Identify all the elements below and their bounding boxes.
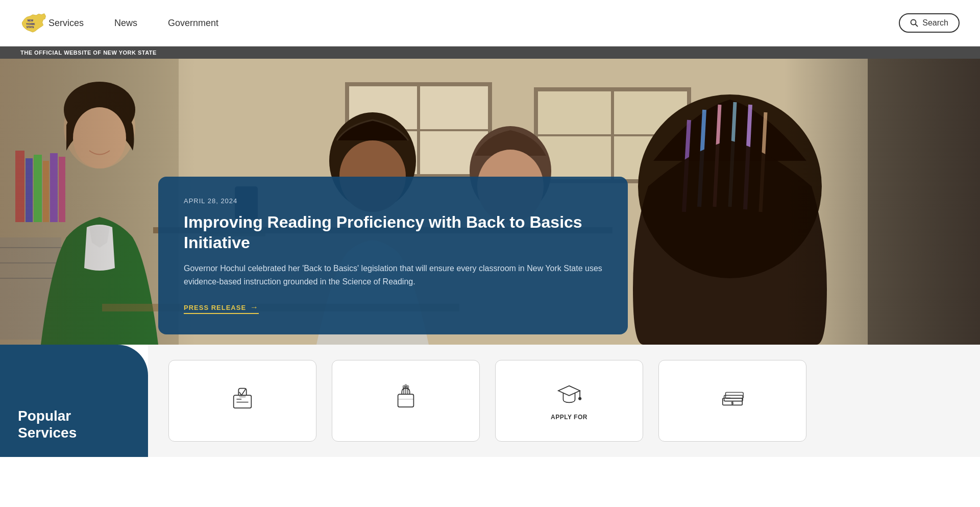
service-card-vote[interactable]: [168, 360, 316, 442]
service-education-label: APPLY FOR: [551, 414, 587, 421]
hero-card-body: Governor Hochul celebrated her 'Back to …: [184, 262, 602, 288]
svg-line-5: [916, 25, 918, 27]
service-card-education[interactable]: APPLY FOR: [495, 360, 643, 442]
popular-services-title: Popular Services: [18, 407, 130, 442]
nav-news[interactable]: News: [114, 18, 137, 29]
bottom-section: Popular Services: [0, 345, 980, 457]
nav-government[interactable]: Government: [168, 18, 218, 29]
svg-marker-58: [558, 386, 580, 396]
official-bar: THE OFFICIAL WEBSITE OF NEW YORK STATE: [0, 46, 980, 59]
hero-card-title: Improving Reading Proficiency with Back …: [184, 212, 602, 253]
hero-info-card: APRIL 28, 2024 Improving Reading Profici…: [158, 177, 628, 334]
search-button[interactable]: Search: [899, 13, 960, 33]
press-release-link[interactable]: PRESS RELEASE →: [184, 303, 259, 314]
arrow-icon: →: [250, 303, 259, 312]
svg-text:$: $: [731, 401, 734, 405]
services-grid: APPLY FOR $: [148, 345, 980, 457]
main-nav: Services News Government: [48, 18, 899, 29]
service-card-money[interactable]: $: [658, 360, 806, 442]
vote-icon: [230, 384, 255, 410]
svg-rect-49: [239, 395, 246, 397]
ny-state-map-icon: NEW YORK STATE: [20, 9, 48, 37]
hero-section: APRIL 28, 2024 Improving Reading Profici…: [0, 59, 980, 345]
svg-point-4: [911, 20, 916, 25]
hero-card-date: APRIL 28, 2024: [184, 197, 602, 205]
site-header: NEW YORK STATE Services News Government …: [0, 0, 980, 46]
money-icon: $: [720, 384, 745, 410]
popular-services-sidebar: Popular Services: [0, 345, 148, 457]
business-icon: [393, 384, 419, 410]
svg-text:YORK: YORK: [26, 21, 35, 25]
search-icon: [910, 19, 918, 27]
graduation-icon: [556, 381, 582, 406]
service-card-business[interactable]: [332, 360, 480, 442]
svg-rect-50: [398, 394, 414, 407]
svg-point-56: [407, 385, 409, 389]
svg-text:STATE: STATE: [27, 26, 35, 28]
nav-services[interactable]: Services: [48, 18, 84, 29]
svg-point-60: [579, 397, 581, 400]
site-logo[interactable]: NEW YORK STATE: [20, 9, 48, 37]
